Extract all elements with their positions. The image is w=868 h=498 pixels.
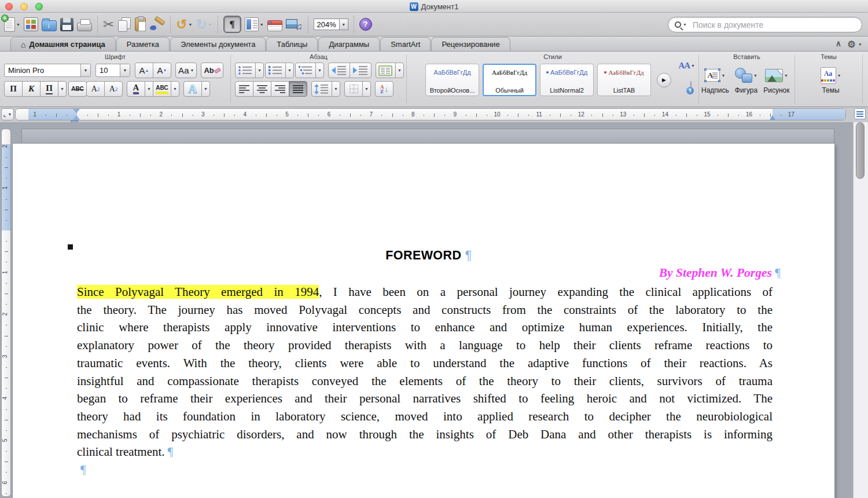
body-paragraph[interactable]: Since Polyvagal Theory emerged in 1994, … bbox=[77, 283, 773, 479]
document-byline[interactable]: By Stephen W. Porges ¶ bbox=[77, 266, 781, 280]
zoom-control[interactable]: 204% ▼ bbox=[314, 14, 348, 34]
superscript-button[interactable]: A2 bbox=[86, 81, 105, 97]
bullet-list-button[interactable] bbox=[235, 63, 256, 78]
ruler-tick bbox=[256, 115, 256, 116]
font-color-button[interactable]: А bbox=[127, 81, 145, 97]
align-left-button[interactable] bbox=[235, 81, 253, 97]
font-size-dropdown[interactable]: ▼ bbox=[120, 64, 130, 76]
horizontal-ruler[interactable]: 11234567891011121314151617 bbox=[15, 108, 846, 120]
copy-button[interactable] bbox=[117, 14, 131, 34]
line-spacing-dropdown[interactable]: ▼ bbox=[332, 81, 340, 97]
show-formatting-marks-toggle[interactable]: ¶ bbox=[223, 16, 241, 33]
zoom-dropdown[interactable]: ▼ bbox=[340, 19, 348, 30]
line-spacing-button[interactable] bbox=[311, 81, 332, 97]
media-browser-button[interactable] bbox=[286, 14, 303, 34]
search-icon[interactable] bbox=[675, 21, 681, 28]
zoom-value[interactable]: 204% bbox=[314, 19, 340, 30]
collapse-ribbon-button[interactable]: ∧ bbox=[836, 39, 841, 48]
highlight-dropdown[interactable]: ▼ bbox=[171, 81, 179, 97]
borders-dropdown[interactable]: ▼ bbox=[362, 81, 371, 97]
tab-review[interactable]: Рецензирование bbox=[431, 37, 510, 51]
insert-textbox-button[interactable]: A▼ Надпись bbox=[701, 65, 729, 94]
tab-document-elements[interactable]: Элементы документа bbox=[170, 37, 266, 51]
align-center-button[interactable] bbox=[253, 81, 271, 97]
change-case-button[interactable]: Аа▼ bbox=[175, 63, 197, 78]
strikethrough-button[interactable]: ABC bbox=[68, 81, 87, 97]
borders-button[interactable] bbox=[344, 81, 363, 97]
decrease-indent-icon bbox=[331, 65, 347, 75]
grow-font-button[interactable]: A▲ bbox=[135, 63, 153, 78]
search-options-dropdown[interactable]: ▼ bbox=[683, 23, 687, 27]
help-button[interactable]: ? bbox=[359, 18, 372, 31]
increase-indent-button[interactable] bbox=[350, 63, 372, 78]
font-name-dropdown[interactable]: ▼ bbox=[80, 64, 90, 76]
tab-layout[interactable]: Разметка bbox=[116, 37, 170, 51]
tab-tables[interactable]: Таблицы bbox=[266, 37, 318, 51]
toolbox-button[interactable] bbox=[267, 14, 282, 34]
insert-picture-button[interactable]: ▼ Рисунок bbox=[763, 65, 789, 94]
shrink-font-button[interactable]: A▼ bbox=[153, 63, 171, 78]
numbered-list-dropdown[interactable]: ▼ bbox=[285, 63, 294, 78]
hanging-indent-marker[interactable] bbox=[73, 112, 80, 120]
gallery-button[interactable] bbox=[24, 14, 38, 34]
bold-button[interactable]: П bbox=[4, 81, 23, 97]
style-card-listnormal2[interactable]: АаБбВвГгДд ListNormal2 bbox=[540, 64, 594, 96]
underline-dropdown[interactable]: ▼ bbox=[58, 81, 67, 97]
numbered-list-button[interactable] bbox=[265, 63, 286, 78]
highlight-button[interactable]: ABC bbox=[153, 81, 171, 97]
font-color-dropdown[interactable]: ▼ bbox=[145, 81, 153, 97]
style-card-normal[interactable]: АаБбВвГгДд Обычный bbox=[483, 64, 536, 96]
text-effects-button[interactable]: А bbox=[183, 81, 202, 97]
save-button[interactable] bbox=[60, 14, 73, 34]
ruler-tick bbox=[234, 115, 235, 116]
document-heading[interactable]: FOREWORD ¶ bbox=[77, 248, 781, 263]
document-search[interactable]: ▼ bbox=[668, 17, 862, 32]
columns-button[interactable] bbox=[376, 63, 396, 78]
clear-formatting-button[interactable]: Ab bbox=[201, 63, 223, 78]
themes-button[interactable]: Aa ▼ Темы bbox=[821, 65, 841, 94]
style-card-listtab[interactable]: АаБбВвГгДд ListTAB bbox=[597, 64, 651, 96]
align-center-icon bbox=[257, 85, 268, 93]
open-button[interactable] bbox=[42, 14, 57, 34]
ruler-tick bbox=[434, 113, 435, 117]
eraser-icon bbox=[214, 67, 221, 73]
decrease-indent-button[interactable] bbox=[328, 63, 350, 78]
manage-styles-button[interactable]: АА▼ bbox=[678, 61, 695, 71]
ribbon-settings-button[interactable]: ⚙ ▾ bbox=[847, 39, 861, 50]
ruler-tick: 2 bbox=[2, 145, 8, 148]
italic-button[interactable]: К bbox=[22, 81, 41, 97]
style-card-vtoroiosnov[interactable]: АаБбВвГгДд ВторойОснов... bbox=[425, 64, 479, 96]
tab-smartart[interactable]: SmartArt bbox=[380, 37, 431, 51]
font-name-combo[interactable]: Minion Pro ▼ bbox=[4, 64, 91, 77]
undo-button[interactable]: ↺▼ bbox=[176, 14, 192, 34]
insert-shape-button[interactable]: ▼ Фигура bbox=[735, 65, 757, 94]
font-size-combo[interactable]: 10 ▼ bbox=[95, 64, 130, 77]
new-document-button[interactable]: +▼ bbox=[4, 14, 20, 34]
align-right-button[interactable] bbox=[271, 81, 289, 97]
subscript-button[interactable]: A2 bbox=[104, 81, 123, 97]
multilevel-list-button[interactable] bbox=[295, 63, 316, 78]
text-effects-dropdown[interactable]: ▼ bbox=[201, 81, 210, 97]
tab-charts[interactable]: Диаграммы bbox=[318, 37, 380, 51]
columns-dropdown[interactable]: ▼ bbox=[395, 63, 404, 78]
search-input[interactable] bbox=[692, 20, 862, 30]
tab-home[interactable]: ⌂ Домашняя страница bbox=[10, 37, 116, 51]
tab-label: Таблицы bbox=[277, 40, 307, 49]
paste-button[interactable] bbox=[135, 14, 146, 34]
styles-pane-button[interactable]: ¶ bbox=[690, 82, 692, 92]
justify-button[interactable] bbox=[289, 81, 307, 97]
print-button[interactable] bbox=[77, 14, 92, 34]
tab-stop-selector[interactable]: ⌞▼ bbox=[1, 108, 14, 120]
vertical-scrollbar-thumb[interactable] bbox=[856, 122, 865, 179]
underline-button[interactable]: П bbox=[40, 81, 58, 97]
multilevel-list-dropdown[interactable]: ▼ bbox=[315, 63, 324, 78]
format-painter-button[interactable] bbox=[149, 14, 165, 34]
bullet-list-dropdown[interactable]: ▼ bbox=[255, 63, 264, 78]
styles-gallery-expander[interactable]: ▶ bbox=[657, 73, 671, 87]
sidebar-layout-button[interactable]: ▼ bbox=[245, 14, 264, 34]
cut-button[interactable]: ✂ bbox=[103, 14, 114, 34]
redo-button[interactable]: ↻▼ bbox=[196, 14, 212, 34]
split-view-icon[interactable] bbox=[854, 108, 866, 119]
sort-button[interactable]: A Z ↓ bbox=[375, 81, 393, 97]
vertical-ruler[interactable]: 21123456 bbox=[1, 129, 11, 497]
